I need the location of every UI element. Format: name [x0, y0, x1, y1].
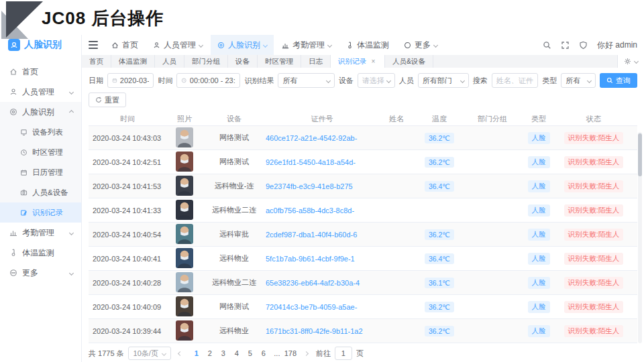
tab[interactable]: 人员: [155, 55, 184, 68]
page-number[interactable]: 5: [244, 349, 257, 357]
page-number[interactable]: 2: [203, 349, 217, 357]
status-cell: 识别失败:陌生人: [557, 301, 631, 313]
photo-thumbnail[interactable]: [176, 200, 193, 220]
prev-page-button[interactable]: [175, 352, 186, 355]
person-icon: [153, 42, 160, 49]
jump-page-input[interactable]: [335, 347, 352, 360]
tab[interactable]: 识别记录: [331, 55, 385, 68]
page-number[interactable]: 1: [190, 349, 203, 357]
search-icon[interactable]: [543, 41, 551, 50]
vertical-scrollbar[interactable]: [638, 132, 642, 343]
serial-link[interactable]: 720414c3-be7b-4059-a5ae-: [266, 303, 378, 311]
serial-link[interactable]: 9e2374fb-e3c9-41e8-b275: [266, 182, 378, 190]
sidebar-item-temperature[interactable]: 体温监测: [0, 243, 81, 263]
sidebar-item-device-list[interactable]: 设备列表: [0, 122, 81, 142]
page-number[interactable]: ...: [270, 349, 284, 357]
fullscreen-icon[interactable]: [561, 41, 570, 50]
type-badge: 人脸: [528, 253, 550, 265]
sidebar-item-recognition-records[interactable]: 识别记录: [0, 202, 81, 223]
nav-item-face-recognition[interactable]: 人脸识别: [211, 35, 274, 55]
query-button[interactable]: 查询: [600, 73, 637, 88]
time-range-input[interactable]: [176, 73, 240, 88]
serial-link[interactable]: 926e1fd1-5450-4a18-a54d-: [266, 158, 378, 166]
sidebar-item-attendance[interactable]: 考勤管理: [0, 223, 81, 243]
page-size-select[interactable]: 10条/页: [128, 347, 171, 360]
temperature-badge: 36.2℃: [425, 302, 454, 312]
page-number[interactable]: 178: [284, 349, 297, 357]
page-number[interactable]: 3: [217, 349, 230, 357]
reset-button[interactable]: 重置: [89, 93, 126, 107]
photo-thumbnail[interactable]: [176, 224, 193, 244]
photo-thumbnail[interactable]: [176, 152, 193, 172]
result-select[interactable]: 所有: [278, 73, 334, 88]
nav-item-temperature[interactable]: 体温监测: [339, 35, 396, 55]
department-select[interactable]: 所有部门: [418, 73, 469, 88]
sidebar-item-label: 体温监测: [22, 247, 54, 259]
calendar-icon: [112, 77, 117, 84]
table-row: 2020-03-24 10:40:28 远科物业二连 65e38236-eb64…: [89, 271, 637, 295]
close-icon[interactable]: [370, 58, 377, 65]
search-input[interactable]: [496, 76, 533, 84]
nav-item-home[interactable]: 首页: [105, 35, 145, 55]
serial-link[interactable]: 1671bc31-8ff0-42fe-9b11-1a2: [266, 327, 378, 335]
table-row: 2020-03-24 10:40:09 网络测试 720414c3-be7b-4…: [89, 295, 637, 319]
result-filter-label: 识别结果: [244, 76, 274, 86]
tab[interactable]: 时区管理: [258, 55, 301, 68]
device-select[interactable]: 请选择: [358, 73, 395, 88]
sidebar-item-home[interactable]: 首页: [0, 62, 81, 82]
next-page-button[interactable]: [301, 352, 312, 355]
serial-link[interactable]: 5fc1b7ab-9b61-4cbf-9f9e-1: [266, 255, 378, 263]
nav-item-attendance[interactable]: 考勤管理: [275, 35, 338, 55]
photo-cell: [166, 320, 203, 342]
serial-link[interactable]: 65e38236-eb64-4af2-b30a-4: [266, 279, 378, 287]
col-header-group: 部门分组: [464, 114, 521, 124]
photo-cell: [166, 200, 203, 221]
tab[interactable]: 人员&设备: [385, 55, 433, 68]
chevron-down-icon: [326, 78, 331, 82]
tab-settings-button[interactable]: [617, 55, 644, 68]
sidebar-item-label: 考勤管理: [22, 227, 54, 239]
sidebar-item-label: 更多: [22, 267, 38, 279]
photo-thumbnail[interactable]: [176, 127, 193, 147]
photo-thumbnail[interactable]: [176, 320, 193, 341]
page-number[interactable]: 4: [230, 349, 244, 357]
type-badge: 人脸: [528, 301, 550, 313]
time-range-value[interactable]: [190, 76, 236, 84]
date-value[interactable]: [120, 76, 150, 84]
thermometer-icon: [9, 249, 17, 257]
nav-item-personnel[interactable]: 人员管理: [146, 35, 209, 55]
sidebar-item-more[interactable]: 更多: [0, 263, 81, 283]
hamburger-menu-icon[interactable]: [89, 41, 98, 49]
tab[interactable]: 日志: [301, 55, 331, 68]
record-time: 2020-03-24 10:41:33: [89, 206, 166, 215]
nav-item-more[interactable]: 更多: [397, 35, 444, 55]
sidebar-item-personnel[interactable]: 人员管理: [0, 82, 81, 102]
tab[interactable]: 体温监测: [111, 55, 155, 68]
serial-link[interactable]: 460ce172-a21e-4542-92ab-: [266, 134, 378, 142]
temperature-badge: 36.1℃: [425, 278, 454, 288]
tab[interactable]: 部门分组: [184, 55, 228, 68]
status-cell: 识别失败:陌生人: [557, 229, 631, 241]
serial-link[interactable]: ac0fb756-a58b-4dc3-8c8d-: [266, 206, 378, 215]
jump-suffix: 页: [356, 349, 364, 359]
sidebar-item-person-device[interactable]: 人员&设备: [0, 182, 81, 202]
photo-thumbnail[interactable]: [176, 272, 193, 292]
sidebar-item-face-recognition[interactable]: 人脸识别: [0, 102, 81, 122]
tab[interactable]: 首页: [82, 55, 111, 68]
sidebar-item-timezone[interactable]: 时区管理: [0, 142, 81, 162]
date-input[interactable]: [107, 73, 154, 88]
tab[interactable]: 设备: [228, 55, 258, 68]
photo-thumbnail[interactable]: [176, 296, 193, 316]
photo-thumbnail[interactable]: [176, 176, 193, 196]
user-greeting[interactable]: 你好 admin: [597, 40, 637, 51]
sidebar-item-calendar[interactable]: 日历管理: [0, 162, 81, 182]
device-name: 网络测试: [203, 302, 266, 312]
temperature-badge: 36.2℃: [425, 157, 454, 168]
type-select[interactable]: 所有: [561, 73, 596, 88]
photo-thumbnail[interactable]: [176, 248, 193, 268]
serial-link[interactable]: 2cdef987-dba1-40f4-b60d-6: [266, 231, 378, 239]
page-number[interactable]: 6: [257, 349, 270, 357]
shield-icon[interactable]: [579, 41, 588, 50]
scrollbar-thumb[interactable]: [638, 133, 642, 176]
time-filter-label: 时间: [158, 76, 172, 86]
